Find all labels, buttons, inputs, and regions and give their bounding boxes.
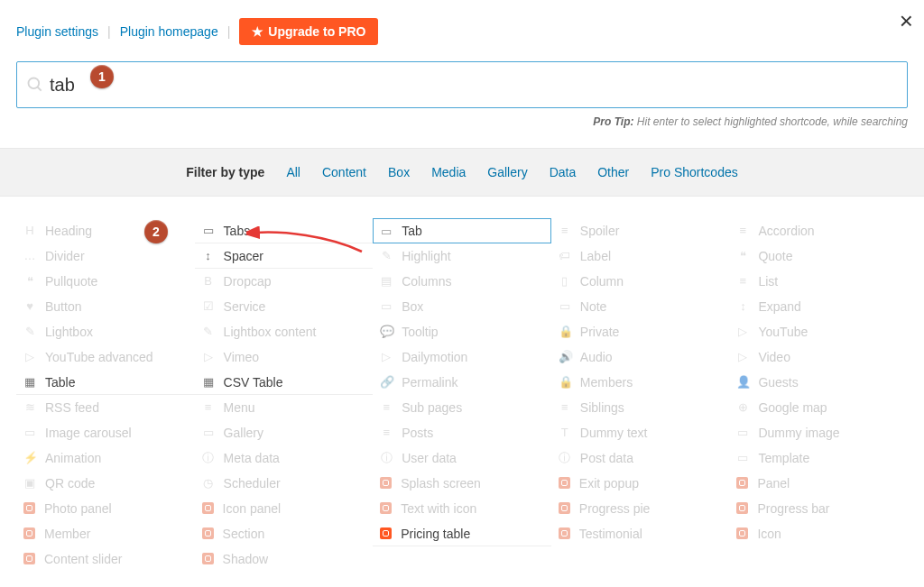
item-label: Post data [580, 451, 633, 465]
shortcode-item[interactable]: ▷YouTube advanced [16, 344, 195, 370]
item-label: Members [580, 375, 633, 390]
shortcode-item[interactable]: ✎Highlight [373, 243, 551, 269]
shortcode-item[interactable]: ▭Template [729, 445, 908, 471]
shortcode-item[interactable]: Photo panel [16, 496, 195, 521]
shortcode-item[interactable]: ≋RSS feed [16, 395, 195, 420]
item-icon: ♥ [23, 299, 36, 313]
shortcode-item[interactable]: ▷Dailymotion [373, 344, 551, 370]
shortcode-item[interactable]: ▭Box [373, 294, 551, 319]
filter-gallery[interactable]: Gallery [487, 165, 527, 179]
shortcode-item[interactable]: ▤Columns [373, 269, 551, 294]
shortcode-item[interactable]: ✎Lightbox content [195, 319, 374, 344]
search-icon [26, 76, 44, 94]
filter-media[interactable]: Media [431, 165, 466, 179]
shortcode-item[interactable]: Pricing table [373, 521, 551, 546]
shortcode-item[interactable]: ▭Image carousel [16, 420, 195, 445]
shortcode-item[interactable]: Section [195, 521, 374, 546]
shortcode-item[interactable]: TDummy text [551, 420, 730, 445]
shortcode-item[interactable]: ▭Tab [373, 218, 551, 243]
shortcode-item[interactable]: ≡Accordion [729, 218, 908, 243]
shortcode-item[interactable]: Shadow [195, 546, 374, 572]
shortcode-item[interactable]: 👤Guests [729, 370, 908, 395]
shortcode-item[interactable]: ▦CSV Table [195, 370, 374, 395]
shortcode-item[interactable]: 🏷Label [551, 243, 730, 269]
shortcode-item[interactable]: Icon [729, 521, 908, 546]
shortcode-item[interactable]: ⓘMeta data [195, 445, 374, 471]
shortcode-item[interactable]: ▭Gallery [195, 420, 374, 445]
shortcode-item[interactable]: Testimonial [551, 521, 730, 546]
shortcode-item[interactable]: Member [16, 521, 195, 546]
pro-icon [380, 502, 392, 514]
shortcode-item[interactable]: ▷Video [729, 344, 908, 370]
shortcode-item[interactable]: ❝Pullquote [16, 269, 195, 294]
item-label: Spacer [224, 249, 263, 263]
shortcode-item[interactable]: ✎Lightbox [16, 319, 195, 344]
item-icon: ⊕ [736, 400, 749, 414]
shortcode-item[interactable]: ▯Column [551, 269, 730, 294]
shortcode-item[interactable]: 🔊Audio [551, 344, 730, 370]
item-icon: ✎ [202, 325, 215, 338]
plugin-settings-link[interactable]: Plugin settings [16, 24, 98, 39]
shortcode-item[interactable]: ▣QR code [16, 471, 195, 496]
shortcode-item[interactable]: Progress bar [729, 496, 908, 521]
shortcode-item[interactable]: Icon panel [195, 496, 374, 521]
shortcode-item[interactable]: ⓘUser data [373, 445, 551, 471]
shortcode-item[interactable]: Content slider [16, 546, 195, 572]
shortcode-item[interactable]: ≡List [729, 269, 908, 294]
pro-icon [23, 553, 35, 564]
filter-other[interactable]: Other [597, 165, 629, 179]
shortcode-item[interactable]: 🔒Members [551, 370, 730, 395]
shortcode-item[interactable]: ❝Quote [729, 243, 908, 269]
shortcode-item[interactable]: Progress pie [551, 496, 730, 521]
shortcode-item[interactable]: ≡Sub pages [373, 395, 551, 420]
shortcode-item[interactable]: ▦Table [16, 370, 195, 395]
shortcode-item[interactable]: …Divider [16, 243, 195, 269]
shortcode-item[interactable]: ☑Service [195, 294, 374, 319]
item-icon: ▭ [202, 224, 215, 237]
shortcode-item[interactable]: ◷Scheduler [195, 471, 374, 496]
filter-box[interactable]: Box [388, 165, 410, 179]
shortcode-item[interactable]: ≡Menu [195, 395, 374, 420]
shortcode-item[interactable]: Text with icon [373, 496, 551, 521]
search-field[interactable] [16, 61, 908, 108]
filter-data[interactable]: Data [550, 165, 577, 179]
shortcode-item[interactable]: Splash screen [373, 471, 551, 496]
star-icon: ★ [252, 24, 263, 39]
shortcode-item[interactable]: ▷YouTube [729, 319, 908, 344]
shortcode-item[interactable]: ↕Expand [729, 294, 908, 319]
shortcode-item[interactable]: ↕Spacer [195, 243, 374, 269]
shortcode-item[interactable]: BDropcap [195, 269, 374, 294]
item-label: Exit popup [579, 476, 639, 491]
search-input[interactable] [50, 75, 900, 96]
shortcode-item[interactable]: ≡Spoiler [551, 218, 730, 243]
shortcode-item[interactable]: ⓘPost data [551, 445, 730, 471]
shortcode-item[interactable]: ▷Vimeo [195, 344, 374, 370]
shortcode-item[interactable]: Exit popup [551, 471, 730, 496]
shortcode-item[interactable]: ⚡Animation [16, 445, 195, 471]
shortcode-item[interactable]: ≡Posts [373, 420, 551, 445]
shortcode-item[interactable]: ⊕Google map [729, 395, 908, 420]
item-icon: 🔒 [559, 325, 571, 338]
item-icon: ≡ [736, 224, 749, 237]
shortcode-item[interactable]: ▭Dummy image [729, 420, 908, 445]
filter-pro[interactable]: Pro Shortcodes [651, 165, 738, 179]
pro-icon [380, 527, 392, 539]
filter-content[interactable]: Content [322, 165, 366, 179]
shortcode-item[interactable]: Panel [729, 471, 908, 496]
plugin-homepage-link[interactable]: Plugin homepage [120, 24, 218, 39]
grid-column: HHeading…Divider❝Pullquote♥Button✎Lightb… [16, 218, 195, 572]
item-label: List [758, 274, 778, 289]
shortcode-item[interactable]: ♥Button [16, 294, 195, 319]
filter-all[interactable]: All [286, 165, 300, 179]
shortcode-item[interactable]: ▭Note [551, 294, 730, 319]
item-label: Pullquote [45, 274, 97, 289]
shortcode-item[interactable]: ≡Siblings [551, 395, 730, 420]
item-icon: T [559, 426, 571, 439]
shortcode-item[interactable]: 💬Tooltip [373, 319, 551, 344]
shortcode-item[interactable]: ▭Tabs [195, 218, 374, 243]
item-label: Gallery [224, 426, 263, 440]
close-button[interactable]: × [900, 9, 913, 32]
shortcode-item[interactable]: 🔒Private [551, 319, 730, 344]
shortcode-item[interactable]: 🔗Permalink [373, 370, 551, 395]
upgrade-button[interactable]: ★ Upgrade to PRO [239, 18, 378, 45]
